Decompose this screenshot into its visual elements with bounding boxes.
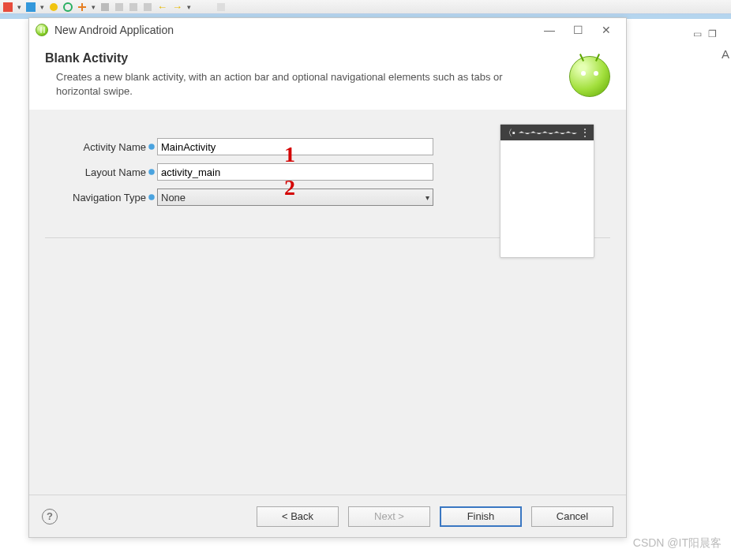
back-chevron-icon: 〈▪ bbox=[504, 127, 515, 139]
new-android-app-dialog: New Android Application — ☐ ✕ Blank Acti… bbox=[28, 17, 627, 538]
back-arrow-icon[interactable]: ← bbox=[157, 1, 167, 13]
dropdown-arrow-icon[interactable]: ▾ bbox=[17, 3, 21, 11]
finish-button[interactable]: Finish bbox=[440, 506, 522, 527]
overflow-menu-icon: ⋮ bbox=[580, 127, 590, 138]
cancel-button[interactable]: Cancel bbox=[531, 506, 613, 527]
header-title: Blank Activity bbox=[45, 51, 610, 65]
toolbar-icon[interactable] bbox=[77, 2, 87, 12]
preview-actionbar: 〈▪ ⋮ bbox=[500, 125, 594, 140]
svg-rect-7 bbox=[144, 3, 152, 11]
toolbar-icon[interactable] bbox=[3, 2, 13, 12]
toolbar-icon[interactable] bbox=[129, 2, 138, 12]
toolbar-icon[interactable] bbox=[216, 2, 226, 12]
svg-rect-1 bbox=[26, 2, 36, 12]
dialog-titlebar: New Android Application — ☐ ✕ bbox=[29, 18, 626, 42]
close-button[interactable]: ✕ bbox=[599, 24, 613, 36]
toolbar-icon[interactable] bbox=[143, 2, 152, 12]
navigation-type-combo[interactable]: None ▾ bbox=[157, 189, 433, 206]
svg-rect-8 bbox=[217, 3, 225, 11]
dropdown-arrow-icon[interactable]: ▾ bbox=[40, 3, 44, 11]
navigation-type-value: None bbox=[161, 192, 186, 203]
window-controls: — ☐ ✕ bbox=[542, 24, 620, 36]
title-placeholder-icon bbox=[519, 131, 577, 134]
activity-preview: 〈▪ ⋮ bbox=[500, 124, 594, 258]
svg-rect-4 bbox=[101, 3, 109, 11]
dialog-header: Blank Activity Creates a new blank activ… bbox=[29, 42, 626, 110]
dialog-content: Activity Name Layout Name Navigation Typ… bbox=[29, 110, 626, 495]
svg-rect-0 bbox=[3, 2, 13, 12]
minimize-button[interactable]: — bbox=[542, 24, 557, 36]
dialog-button-bar: ? < Back Next > Finish Cancel bbox=[29, 495, 626, 537]
activity-name-input[interactable] bbox=[157, 138, 433, 155]
toolbar-icon[interactable] bbox=[63, 2, 73, 12]
svg-point-11 bbox=[148, 195, 155, 201]
svg-rect-6 bbox=[129, 3, 137, 11]
layout-name-label: Layout Name bbox=[45, 166, 148, 178]
ide-toolbar: ▾ ▾ ▾ ← → ▾ bbox=[0, 0, 731, 14]
navigation-type-label: Navigation Type bbox=[45, 192, 148, 203]
layout-name-input[interactable] bbox=[157, 163, 433, 181]
watermark: CSDN @IT阳晨客 bbox=[633, 536, 722, 551]
restore-view-icon[interactable]: ❐ bbox=[708, 28, 717, 39]
dropdown-arrow-icon[interactable]: ▾ bbox=[187, 3, 191, 11]
maximize-button[interactable]: ☐ bbox=[571, 24, 585, 36]
dropdown-arrow-icon[interactable]: ▾ bbox=[92, 3, 96, 11]
toolbar-icon[interactable] bbox=[114, 2, 124, 12]
android-icon bbox=[36, 24, 48, 36]
svg-rect-5 bbox=[115, 3, 123, 11]
next-button: Next > bbox=[348, 506, 430, 527]
svg-point-9 bbox=[148, 144, 155, 151]
chevron-down-icon: ▾ bbox=[425, 193, 429, 202]
dialog-title: New Android Application bbox=[54, 24, 536, 36]
activity-name-label: Activity Name bbox=[45, 141, 148, 153]
help-button[interactable]: ? bbox=[42, 509, 58, 525]
editor-controls: ▭ ❐ bbox=[693, 28, 717, 39]
minimize-view-icon[interactable]: ▭ bbox=[693, 28, 702, 39]
required-decorator-icon bbox=[148, 168, 156, 176]
header-description: Creates a new blank activity, with an ac… bbox=[45, 70, 534, 99]
svg-point-10 bbox=[148, 170, 155, 176]
forward-arrow-icon[interactable]: → bbox=[172, 1, 182, 13]
back-button[interactable]: < Back bbox=[257, 506, 339, 527]
toolbar-icon[interactable] bbox=[49, 2, 58, 12]
svg-point-2 bbox=[50, 3, 58, 11]
required-decorator-icon bbox=[148, 143, 156, 151]
far-right-letter: A bbox=[722, 47, 729, 61]
toolbar-icon[interactable] bbox=[100, 2, 110, 12]
toolbar-icon[interactable] bbox=[26, 2, 36, 12]
svg-point-3 bbox=[64, 3, 72, 11]
android-logo-icon bbox=[569, 56, 610, 97]
required-decorator-icon bbox=[148, 193, 156, 201]
